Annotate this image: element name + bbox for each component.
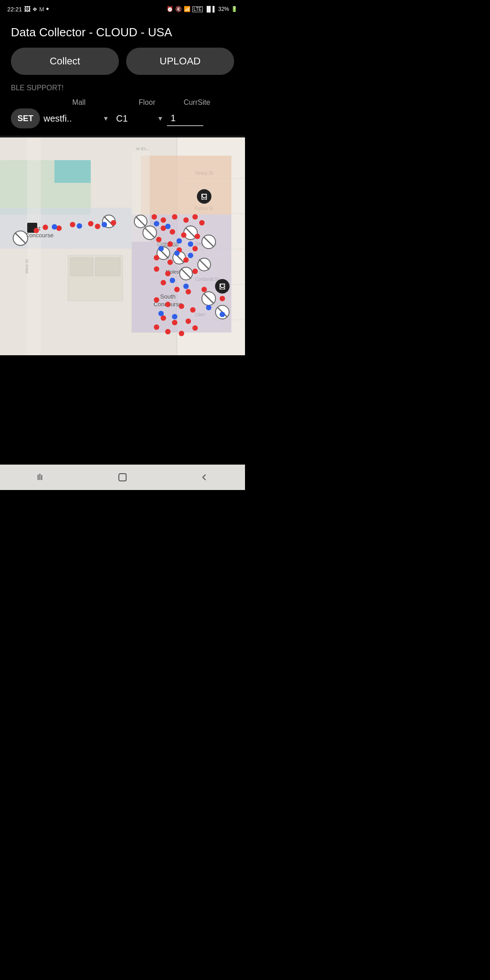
bottom-area — [0, 355, 245, 446]
svg-point-117 — [158, 311, 164, 316]
svg-point-115 — [206, 305, 211, 310]
signal-bars: ▐▌▌ — [205, 6, 216, 12]
svg-point-114 — [183, 284, 189, 289]
dropbox-icon: ❖ — [32, 6, 38, 13]
svg-point-116 — [220, 312, 225, 317]
floor-dropdown-arrow: ▼ — [157, 115, 163, 122]
ble-support-label: BLE SUPPORT! — [11, 84, 234, 92]
mall-value: westfi.. — [44, 113, 72, 124]
floor-value: C1 — [116, 113, 128, 124]
svg-point-72 — [199, 220, 205, 225]
svg-text:⛾: ⛾ — [201, 193, 207, 201]
mall-label: Mall — [43, 98, 115, 107]
svg-point-89 — [186, 289, 191, 294]
mall-dropdown[interactable]: westfi.. ▼ — [40, 112, 113, 126]
svg-point-69 — [172, 214, 177, 220]
svg-point-68 — [161, 217, 166, 223]
svg-point-97 — [172, 320, 177, 325]
map-svg: Vesey St Fulton St Dey Street Cortlandt … — [0, 137, 245, 355]
battery-icon: 🔋 — [231, 6, 238, 12]
status-left: 22:21 🖼 ❖ M • — [7, 5, 49, 14]
svg-rect-23 — [70, 258, 93, 276]
svg-point-92 — [154, 297, 159, 303]
alarm-icon: ⏰ — [167, 6, 173, 12]
currsite-label: CurrSite — [179, 98, 215, 107]
back-button[interactable] — [191, 468, 218, 486]
svg-point-90 — [201, 287, 207, 292]
svg-point-118 — [172, 314, 177, 319]
floor-dropdown[interactable]: C1 ▼ — [113, 112, 167, 126]
svg-text:⛾: ⛾ — [219, 283, 225, 290]
svg-rect-24 — [95, 258, 120, 276]
svg-point-85 — [165, 271, 171, 276]
svg-point-81 — [154, 255, 159, 260]
svg-point-78 — [167, 241, 173, 247]
recents-button[interactable] — [27, 468, 54, 486]
svg-point-101 — [179, 331, 184, 336]
header-area: Data Collector - CLOUD - USA Collect UPL… — [0, 18, 245, 136]
collect-button[interactable]: Collect — [11, 48, 119, 75]
mall-dropdown-arrow: ▼ — [103, 115, 109, 122]
svg-point-95 — [190, 307, 196, 313]
svg-point-64 — [111, 220, 116, 225]
svg-point-103 — [52, 224, 57, 230]
svg-point-102 — [192, 325, 198, 331]
svg-text:W En...: W En... — [136, 147, 150, 151]
home-button[interactable] — [109, 468, 136, 486]
map-container[interactable]: Vesey St Fulton St Dey Street Cortlandt … — [0, 137, 245, 355]
svg-rect-14 — [54, 160, 91, 183]
svg-rect-18 — [27, 137, 41, 355]
svg-point-106 — [154, 221, 159, 226]
svg-point-63 — [95, 224, 100, 229]
set-button[interactable]: SET — [11, 108, 40, 128]
svg-point-74 — [170, 229, 175, 235]
svg-point-82 — [167, 260, 173, 265]
svg-point-111 — [174, 250, 180, 256]
svg-point-98 — [186, 318, 191, 324]
svg-point-94 — [179, 304, 184, 309]
svg-point-76 — [195, 234, 200, 239]
column-labels: Mall Floor CurrSite — [43, 98, 234, 107]
svg-point-105 — [102, 222, 107, 227]
svg-point-107 — [165, 224, 171, 229]
svg-point-83 — [183, 257, 189, 263]
mute-icon: 🔇 — [175, 6, 182, 12]
svg-point-100 — [165, 329, 171, 334]
svg-text:Concourse: Concourse — [25, 232, 54, 239]
photo-icon: 🖼 — [24, 5, 30, 13]
floor-label: Floor — [115, 98, 179, 107]
svg-point-88 — [174, 287, 180, 292]
svg-text:South: South — [160, 293, 176, 300]
upload-button[interactable]: UPLOAD — [126, 48, 234, 75]
svg-point-110 — [158, 246, 164, 251]
svg-point-113 — [170, 278, 175, 283]
svg-point-60 — [43, 225, 48, 230]
battery-percent: 32% — [218, 6, 229, 12]
svg-point-91 — [220, 296, 225, 301]
svg-point-99 — [154, 324, 159, 330]
svg-marker-15 — [141, 156, 231, 215]
svg-point-86 — [192, 269, 198, 274]
svg-point-109 — [188, 241, 193, 247]
wifi-icon: 📶 — [184, 6, 191, 12]
svg-point-62 — [88, 221, 93, 226]
svg-point-71 — [192, 214, 198, 220]
svg-point-84 — [154, 266, 159, 272]
svg-point-93 — [165, 302, 171, 307]
svg-point-61 — [70, 222, 75, 227]
time-display: 22:21 — [7, 6, 22, 13]
currsite-field[interactable]: 1 — [167, 111, 203, 126]
svg-point-87 — [161, 280, 166, 285]
svg-point-104 — [77, 223, 82, 229]
svg-point-80 — [192, 246, 198, 251]
svg-point-77 — [156, 237, 162, 242]
status-right: ⏰ 🔇 📶 LTE ▐▌▌ 32% 🔋 — [167, 6, 238, 12]
button-row: Collect UPLOAD — [11, 48, 234, 75]
dot-indicator: • — [46, 5, 49, 14]
svg-point-75 — [181, 232, 186, 238]
app-title: Data Collector - CLOUD - USA — [11, 25, 234, 39]
nav-bar — [0, 465, 245, 490]
svg-point-70 — [183, 217, 189, 223]
svg-point-112 — [188, 253, 193, 258]
lte-indicator: LTE — [192, 6, 203, 12]
